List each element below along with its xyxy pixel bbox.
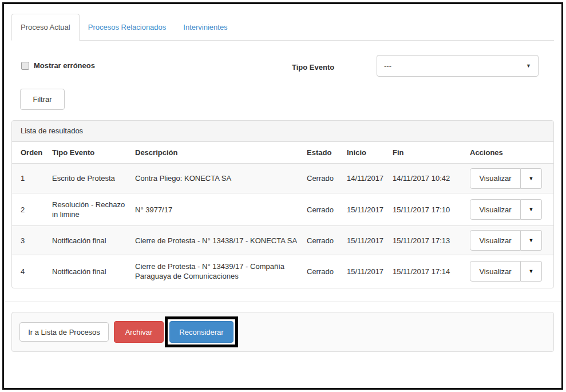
cell-fin: 15/11/2017 17:10 [388,193,465,226]
cell-fin: 14/11/2017 10:42 [388,164,465,193]
visualizar-button-group: Visualizar ▼ [470,261,542,282]
tipo-evento-label: Tipo Evento [292,63,334,72]
visualizar-dropdown-toggle[interactable]: ▼ [521,230,542,251]
cell-orden: 4 [12,255,48,288]
cell-orden: 3 [12,226,48,255]
visualizar-button-group: Visualizar ▼ [470,199,542,220]
visualizar-button-label: Visualizar [479,267,511,276]
visualizar-button-label: Visualizar [479,236,511,245]
cell-orden: 1 [12,164,48,193]
cell-inicio: 15/11/2017 [342,226,388,255]
col-header-estado: Estado [302,142,342,164]
visualizar-button-group: Visualizar ▼ [470,168,542,189]
results-panel-title: Lista de resultados [12,121,553,142]
caret-down-icon: ▼ [529,237,534,243]
cell-tipo-evento: Resolución - Rechazo in limine [48,193,130,226]
visualizar-dropdown-toggle[interactable]: ▼ [521,261,542,282]
tipo-evento-select[interactable]: --- ▼ [377,55,539,77]
tab-intervinientes[interactable]: Intervinientes [175,14,236,40]
results-table: Orden Tipo Evento Descripción Estado Ini… [12,142,553,288]
table-header-row: Orden Tipo Evento Descripción Estado Ini… [12,142,553,164]
cell-acciones: Visualizar ▼ [465,164,553,193]
visualizar-button[interactable]: Visualizar [470,168,521,189]
results-table-body: 1 Escrito de Protesta Contra Pliego: KON… [12,164,553,288]
col-header-inicio: Inicio [342,142,388,164]
cell-tipo-evento: Notificación final [48,226,130,255]
col-header-orden: Orden [12,142,48,164]
results-panel: Lista de resultados Orden Tipo Evento De… [11,120,554,288]
table-row: 3 Notificación final Cierre de Protesta … [12,226,553,255]
table-row: 1 Escrito de Protesta Contra Pliego: KON… [12,164,553,193]
mostrar-erroneos-label: Mostrar erróneos [34,61,95,70]
visualizar-button[interactable]: Visualizar [470,261,521,282]
cell-descripcion: Contra Pliego: KONECTA SA [130,164,302,193]
cell-descripcion: Cierre de Protesta - N° 13439/17 - Compa… [130,255,302,288]
visualizar-button-label: Visualizar [479,174,511,183]
cell-acciones: Visualizar ▼ [465,255,553,288]
visualizar-button-label: Visualizar [479,205,511,214]
mostrar-erroneos-checkbox[interactable] [21,62,29,70]
visualizar-button[interactable]: Visualizar [470,230,521,251]
cell-acciones: Visualizar ▼ [465,193,553,226]
cell-descripcion: N° 3977/17 [130,193,302,226]
col-header-tipo-evento: Tipo Evento [48,142,130,164]
caret-down-icon: ▼ [529,268,534,274]
annotation-highlight-box: Reconsiderar [165,316,238,347]
cell-estado: Cerrado [302,226,342,255]
footer-actions-panel: Ir a Lista de Procesos Archivar Reconsid… [11,312,554,352]
visualizar-button-group: Visualizar ▼ [470,230,542,251]
visualizar-dropdown-toggle[interactable]: ▼ [521,199,542,220]
cell-inicio: 14/11/2017 [342,164,388,193]
cell-inicio: 15/11/2017 [342,193,388,226]
caret-down-icon: ▼ [529,176,534,181]
col-header-descripcion: Descripción [130,142,302,164]
tab-procesos-relacionados[interactable]: Procesos Relacionados [80,14,175,40]
tipo-evento-selected-value: --- [384,62,391,70]
archivar-button[interactable]: Archivar [114,321,164,343]
caret-down-icon: ▼ [529,207,534,212]
visualizar-dropdown-toggle[interactable]: ▼ [521,168,542,189]
cell-acciones: Visualizar ▼ [465,226,553,255]
cell-estado: Cerrado [302,193,342,226]
table-row: 2 Resolución - Rechazo in limine N° 3977… [12,193,553,226]
mostrar-erroneos-row: Mostrar erróneos [21,61,95,70]
reconsiderar-button[interactable]: Reconsiderar [169,321,233,343]
filtrar-button[interactable]: Filtrar [20,89,65,110]
cell-estado: Cerrado [302,255,342,288]
col-header-fin: Fin [388,142,465,164]
window-border: Proceso Actual Procesos Relacionados Int… [2,2,563,390]
ir-a-lista-de-procesos-button[interactable]: Ir a Lista de Procesos [19,322,109,342]
cell-fin: 15/11/2017 17:13 [388,226,465,255]
cell-estado: Cerrado [302,164,342,193]
content-divider [5,302,561,302]
cell-tipo-evento: Notificación final [48,255,130,288]
chevron-down-icon: ▼ [526,63,531,69]
cell-descripcion: Cierre de Protesta - N° 13438/17 - KONEC… [130,226,302,255]
tab-bar: Proceso Actual Procesos Relacionados Int… [11,14,554,41]
tab-proceso-actual[interactable]: Proceso Actual [11,14,80,41]
cell-fin: 15/11/2017 17:14 [388,255,465,288]
table-row: 4 Notificación final Cierre de Protesta … [12,255,553,288]
col-header-acciones: Acciones [465,142,553,164]
cell-tipo-evento: Escrito de Protesta [48,164,130,193]
cell-orden: 2 [12,193,48,226]
cell-inicio: 15/11/2017 [342,255,388,288]
visualizar-button[interactable]: Visualizar [470,199,521,220]
